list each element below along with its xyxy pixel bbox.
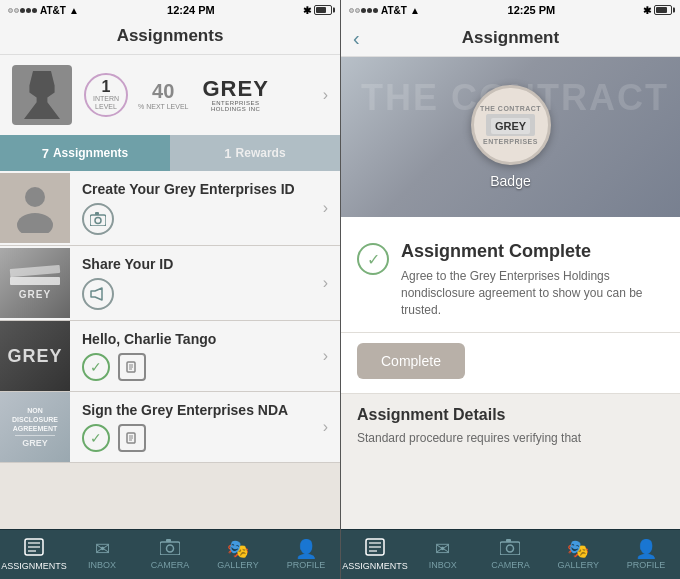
item-title-4: Sign the Grey Enterprises NDA xyxy=(82,402,299,418)
battery-left xyxy=(314,5,332,15)
assignment-item-3[interactable]: GREY Hello, Charlie Tango ✓ xyxy=(0,321,340,392)
svg-rect-20 xyxy=(166,539,171,542)
complete-description: Agree to the Grey Enterprises Holdings n… xyxy=(401,268,664,318)
r-sig-3 xyxy=(361,8,366,13)
svg-point-26 xyxy=(507,545,514,552)
r-nav-assignments-label: ASSIGNMENTS xyxy=(342,561,408,571)
item-title-1: Create Your Grey Enterprises ID xyxy=(82,181,299,197)
right-page-title: Assignment xyxy=(462,28,559,48)
grey-logo-sub2: HOLDINGS INC xyxy=(211,106,260,112)
right-nav-profile[interactable]: 👤 PROFILE xyxy=(612,530,680,579)
gallery-nav-icon: 🎭 xyxy=(227,540,249,558)
right-nav-inbox[interactable]: ✉ INBOX xyxy=(409,530,477,579)
r-nav-profile-label: PROFILE xyxy=(627,560,666,570)
assignment-item-2[interactable]: GREY Share Your ID › xyxy=(0,246,340,321)
badge-top-text: THE CONTRACT xyxy=(480,105,541,112)
right-battery xyxy=(654,5,672,15)
svg-rect-4 xyxy=(95,212,99,215)
right-header: ‹ Assignment xyxy=(341,20,680,57)
signal-dot-2 xyxy=(14,8,19,13)
nav-gallery[interactable]: 🎭 GALLERY xyxy=(204,530,272,579)
assignment-item-4[interactable]: NONDISCLOSUREAGREEMENT GREY Sign the Gre… xyxy=(0,392,340,463)
right-nav-gallery[interactable]: 🎭 GALLERY xyxy=(544,530,612,579)
complete-section: ✓ Assignment Complete Agree to the Grey … xyxy=(341,227,680,333)
r-inbox-nav-icon: ✉ xyxy=(435,540,450,558)
item-content-2: Share Your ID xyxy=(70,246,311,320)
right-nav-assignments[interactable]: ASSIGNMENTS xyxy=(341,530,409,579)
person-silhouette-icon xyxy=(15,183,55,233)
complete-text: Assignment Complete Agree to the Grey En… xyxy=(401,241,664,318)
badge-circle: THE CONTRACT GREY ENTERPRISES xyxy=(471,85,551,165)
camera-icon xyxy=(82,203,114,235)
camera-nav-svg xyxy=(160,539,180,555)
thumb-grey-cards: GREY xyxy=(0,248,70,318)
item-arrow-1: › xyxy=(311,199,340,217)
camera-nav-icon xyxy=(160,539,180,558)
svg-marker-5 xyxy=(91,288,102,300)
left-bottom-nav: ASSIGNMENTS ✉ INBOX CAMERA 🎭 GALLERY 👤 P… xyxy=(0,529,340,579)
r-camera-nav-icon xyxy=(500,539,520,558)
svg-point-1 xyxy=(17,213,53,233)
complete-button-row: Complete xyxy=(341,333,680,394)
nav-profile-label: PROFILE xyxy=(287,560,326,570)
carrier-left: AT&T xyxy=(40,5,66,16)
rewards-count: 1 xyxy=(224,146,231,161)
item-content-4: Sign the Grey Enterprises NDA ✓ xyxy=(70,392,311,462)
nav-assignments[interactable]: ASSIGNMENTS xyxy=(0,530,68,579)
svg-point-3 xyxy=(95,218,101,224)
avatar xyxy=(12,65,72,125)
avatar-silhouette xyxy=(24,71,60,119)
right-time: 12:25 PM xyxy=(508,4,556,16)
badge-logo-text: GREY xyxy=(491,118,530,134)
item-thumb-1 xyxy=(0,173,70,243)
assignments-nav-icon xyxy=(24,538,44,559)
details-title: Assignment Details xyxy=(357,406,664,424)
left-status-right: ✱ xyxy=(303,5,332,16)
level-label: INTERN LEVEL xyxy=(86,95,126,112)
left-screen: AT&T ▲ 12:24 PM ✱ Assignments 1 INTERN L… xyxy=(0,0,340,579)
check-circle-icon-3: ✓ xyxy=(82,353,110,381)
tab-assignments[interactable]: 7 Assignments xyxy=(0,135,170,171)
complete-check-icon: ✓ xyxy=(357,243,389,275)
assignment-item[interactable]: Create Your Grey Enterprises ID › xyxy=(0,171,340,246)
signal-dot-1 xyxy=(8,8,13,13)
item-arrow-3: › xyxy=(311,347,340,365)
tabs-row: 7 Assignments 1 Rewards xyxy=(0,135,340,171)
intern-level-badge: 1 INTERN LEVEL xyxy=(84,73,128,117)
item-content-3: Hello, Charlie Tango ✓ xyxy=(70,321,311,391)
item-thumb-3: GREY xyxy=(0,321,70,391)
wifi-icon: ▲ xyxy=(69,5,79,16)
right-bottom-nav: ASSIGNMENTS ✉ INBOX CAMERA 🎭 GALLERY 👤 P… xyxy=(341,529,680,579)
r-sig-2 xyxy=(355,8,360,13)
nav-inbox[interactable]: ✉ INBOX xyxy=(68,530,136,579)
percent-number: 40 xyxy=(152,80,174,103)
item-arrow-4: › xyxy=(311,418,340,436)
percent-label: % NEXT LEVEL xyxy=(138,103,188,110)
right-status-right: ✱ xyxy=(643,5,672,16)
svg-rect-25 xyxy=(500,542,520,555)
back-button[interactable]: ‹ xyxy=(353,27,360,50)
edit-icon-4 xyxy=(118,424,146,452)
details-section: Assignment Details Standard procedure re… xyxy=(341,394,680,459)
right-carrier: AT&T xyxy=(381,5,407,16)
right-nav-camera[interactable]: CAMERA xyxy=(477,530,545,579)
signal-dot-3 xyxy=(20,8,25,13)
assignments-icon-svg xyxy=(24,538,44,556)
level-number: 1 xyxy=(102,79,111,95)
item-content-1: Create Your Grey Enterprises ID xyxy=(70,171,311,245)
assignments-count: 7 xyxy=(42,146,49,161)
assignment-list: Create Your Grey Enterprises ID › xyxy=(0,171,340,529)
edit-icon-3 xyxy=(118,353,146,381)
assignments-label: Assignments xyxy=(53,146,128,160)
complete-button[interactable]: Complete xyxy=(357,343,465,379)
nav-profile[interactable]: 👤 PROFILE xyxy=(272,530,340,579)
edit-svg-4 xyxy=(126,432,138,444)
right-signal xyxy=(349,8,378,13)
tab-rewards[interactable]: 1 Rewards xyxy=(170,135,340,171)
item-icons-3: ✓ xyxy=(82,353,299,381)
r-profile-nav-icon: 👤 xyxy=(635,540,657,558)
nav-camera[interactable]: CAMERA xyxy=(136,530,204,579)
badge-label: Badge xyxy=(490,173,530,189)
svg-point-0 xyxy=(25,187,45,207)
profile-chevron[interactable]: › xyxy=(323,86,328,104)
